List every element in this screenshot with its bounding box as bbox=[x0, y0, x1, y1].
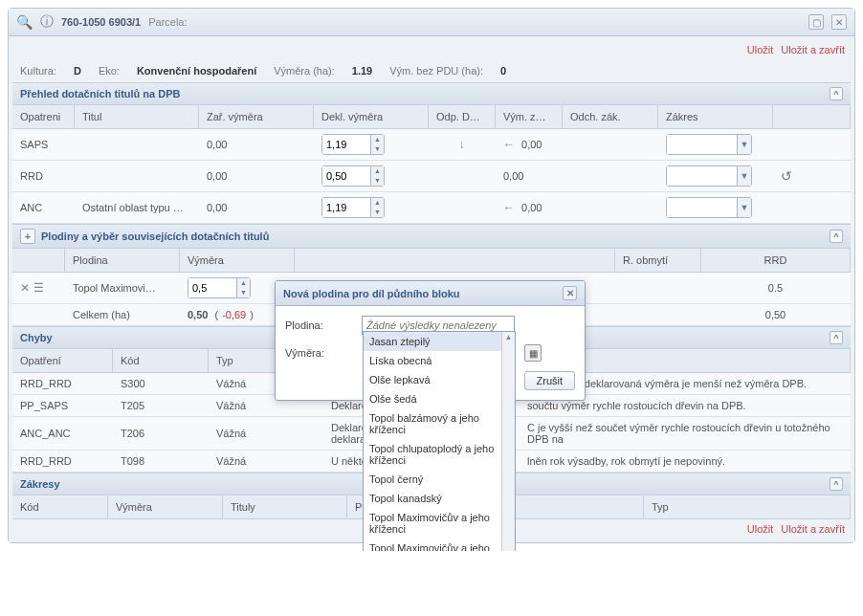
spinner-up[interactable]: ▲ bbox=[237, 278, 250, 288]
dialog-close-button[interactable]: ✕ bbox=[563, 286, 577, 300]
chevron-down-icon[interactable]: ▼ bbox=[737, 166, 751, 186]
info-row: Kultura: D Eko: Konvenční hospodaření Vý… bbox=[12, 59, 851, 82]
dekl-spinner[interactable]: ▲▼ bbox=[321, 197, 385, 218]
dropdown-option[interactable]: Topol kanadský bbox=[364, 489, 515, 508]
arrow-left-icon[interactable]: ← bbox=[503, 201, 515, 214]
title-row: RRD0,00▲▼0,00▼↺ bbox=[12, 161, 851, 192]
title-row: SAPS0,00▲▼↓← 0,00▼ bbox=[12, 129, 851, 161]
collapse-icon[interactable]: ^ bbox=[830, 477, 843, 491]
plodina-dropdown[interactable]: Jasan ztepilýLíska obecnáOlše lepkaváOlš… bbox=[363, 331, 516, 551]
calculator-icon[interactable]: ▦ bbox=[524, 344, 542, 362]
maximize-button[interactable]: ▢ bbox=[808, 14, 824, 30]
dropdown-option[interactable]: Olše lepkavá bbox=[364, 370, 515, 389]
arrow-left-icon[interactable]: ← bbox=[503, 138, 515, 151]
collapse-icon[interactable]: ^ bbox=[830, 331, 843, 344]
main-window: 🔍 ⓘ 760-1050 6903/1 Parcela: ▢ ✕ Uložit … bbox=[8, 8, 855, 543]
dropdown-option[interactable]: Olše šedá bbox=[364, 389, 515, 408]
save-button-bottom[interactable]: Uložit bbox=[747, 523, 774, 535]
dekl-spinner[interactable]: ▲▼ bbox=[321, 134, 385, 155]
collapse-icon[interactable]: ^ bbox=[830, 230, 843, 243]
window-title: 760-1050 6903/1 bbox=[61, 16, 141, 28]
dropdown-option[interactable]: Topol balzámový a jeho kříženci bbox=[364, 408, 515, 439]
parcela-label: Parcela: bbox=[148, 16, 187, 28]
dropdown-option[interactable]: Jasan ztepilý bbox=[364, 332, 515, 351]
search-icon[interactable]: 🔍 bbox=[16, 14, 33, 30]
spinner-down[interactable]: ▼ bbox=[237, 288, 250, 297]
save-close-button-bottom[interactable]: Uložit a zavřít bbox=[781, 523, 845, 535]
dropdown-option[interactable]: Topol chlupatoplodý a jeho kříženci bbox=[364, 439, 515, 470]
title-row: ANCOstatní oblast typu …0,00▲▼← 0,00▼ bbox=[12, 192, 851, 224]
dropdown-option[interactable]: Topol Maximovičův a jeho kříženci bbox=[364, 508, 515, 539]
dropdown-option[interactable]: Topol černý bbox=[364, 470, 515, 489]
dekl-spinner[interactable]: ▲▼ bbox=[321, 165, 385, 187]
dialog-title: Nová plodina pro díl půdního bloku ✕ bbox=[276, 281, 585, 306]
info-icon[interactable]: ⓘ bbox=[40, 13, 54, 31]
titles-grid-header: Opatreni Titul Zař. výměra Dekl. výměra … bbox=[12, 105, 851, 129]
vymera-spinner[interactable]: ▲▼ bbox=[188, 277, 251, 298]
delete-icon[interactable]: ✕ bbox=[20, 281, 30, 295]
refresh-icon[interactable]: ↺ bbox=[781, 168, 792, 184]
dropdown-option[interactable]: Topol Maximovičův a jeho kříženci s topo… bbox=[364, 539, 515, 551]
scroll-up-icon[interactable]: ▲ bbox=[502, 332, 515, 342]
section-plodiny-head: + Plodiny a výběr souvisejících dotačníc… bbox=[12, 224, 851, 249]
plodiny-grid-header: Plodina Výměra R. obmytí RRD bbox=[12, 249, 851, 273]
cancel-button[interactable]: Zrušit bbox=[524, 371, 576, 390]
close-button[interactable]: ✕ bbox=[831, 14, 847, 30]
dropdown-scrollbar[interactable]: ▲ ▼ bbox=[501, 332, 515, 551]
collapse-icon[interactable]: ^ bbox=[830, 87, 843, 100]
add-plodina-button[interactable]: + bbox=[20, 229, 35, 244]
zakres-combo[interactable]: ▼ bbox=[666, 165, 752, 187]
arrow-down-icon[interactable]: ↓ bbox=[459, 138, 465, 151]
chevron-down-icon[interactable]: ▼ bbox=[737, 198, 751, 217]
plodina-field-label: Plodina: bbox=[285, 319, 352, 331]
dropdown-option[interactable]: Líska obecná bbox=[364, 351, 515, 370]
chevron-down-icon[interactable]: ▼ bbox=[737, 135, 751, 154]
toolbar-top: Uložit Uložit a zavřít bbox=[12, 40, 851, 59]
vymera-field-label: Výměra: bbox=[285, 347, 352, 359]
save-close-button[interactable]: Uložit a zavřít bbox=[781, 44, 845, 55]
titlebar: 🔍 ⓘ 760-1050 6903/1 Parcela: ▢ ✕ bbox=[9, 9, 854, 36]
section-titles-head: Přehled dotačních titulů na DPB ^ bbox=[12, 82, 851, 105]
zakres-combo[interactable]: ▼ bbox=[666, 197, 752, 218]
zakres-combo[interactable]: ▼ bbox=[666, 134, 752, 155]
save-button[interactable]: Uložit bbox=[747, 44, 774, 55]
menu-icon[interactable]: ☰ bbox=[33, 281, 44, 295]
